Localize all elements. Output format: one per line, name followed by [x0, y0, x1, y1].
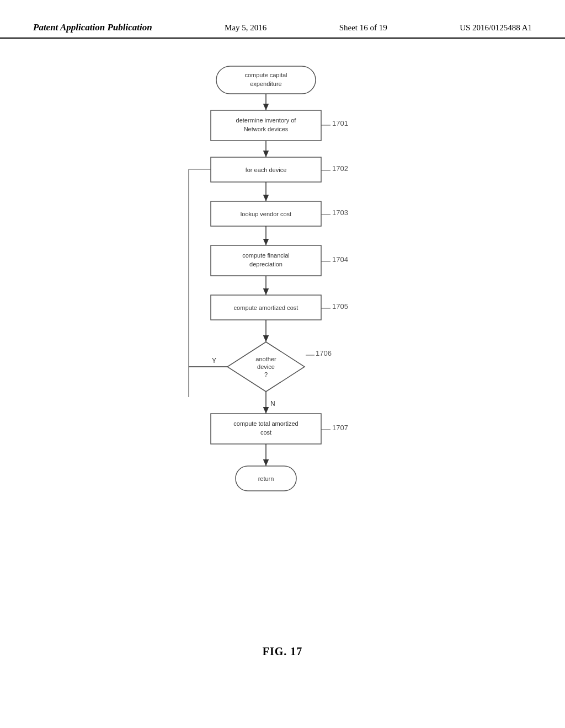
- svg-text:another: another: [255, 356, 276, 362]
- svg-text:determine inventory of: determine inventory of: [236, 117, 297, 124]
- svg-text:Y: Y: [212, 357, 216, 365]
- sheet-info: Sheet 16 of 19: [339, 23, 387, 33]
- patent-number: US 2016/0125488 A1: [460, 23, 532, 33]
- figure-caption: FIG. 17: [263, 645, 303, 658]
- svg-text:cost: cost: [260, 429, 271, 436]
- publication-title: Patent Application Publication: [33, 22, 152, 33]
- ref-1703: 1703: [332, 208, 348, 217]
- start-label: compute capital: [244, 72, 287, 78]
- ref-1707: 1707: [332, 424, 348, 432]
- svg-text:lookup vendor cost: lookup vendor cost: [241, 211, 291, 217]
- ref-1701: 1701: [332, 119, 348, 127]
- svg-text:for each device: for each device: [246, 167, 287, 173]
- svg-text:depreciation: depreciation: [249, 261, 282, 267]
- diagram-area: compute capital expenditure determine in…: [0, 39, 565, 658]
- flowchart-svg: compute capital expenditure determine in…: [89, 55, 476, 634]
- svg-text:?: ?: [264, 371, 268, 378]
- page-header: Patent Application Publication May 5, 20…: [0, 0, 565, 39]
- ref-1702: 1702: [332, 164, 348, 173]
- ref-1704: 1704: [332, 255, 348, 264]
- svg-text:Network devices: Network devices: [244, 126, 289, 132]
- svg-text:compute total amortized: compute total amortized: [233, 420, 298, 427]
- start-node: [216, 66, 316, 94]
- svg-text:compute amortized cost: compute amortized cost: [234, 304, 299, 311]
- svg-text:device: device: [257, 363, 275, 370]
- ref-1706: 1706: [316, 349, 332, 357]
- publication-date: May 5, 2016: [225, 23, 266, 33]
- svg-text:expenditure: expenditure: [250, 81, 282, 87]
- svg-text:N: N: [270, 400, 275, 408]
- svg-text:compute financial: compute financial: [242, 252, 290, 259]
- end-label: return: [258, 475, 274, 482]
- ref-1705: 1705: [332, 302, 348, 311]
